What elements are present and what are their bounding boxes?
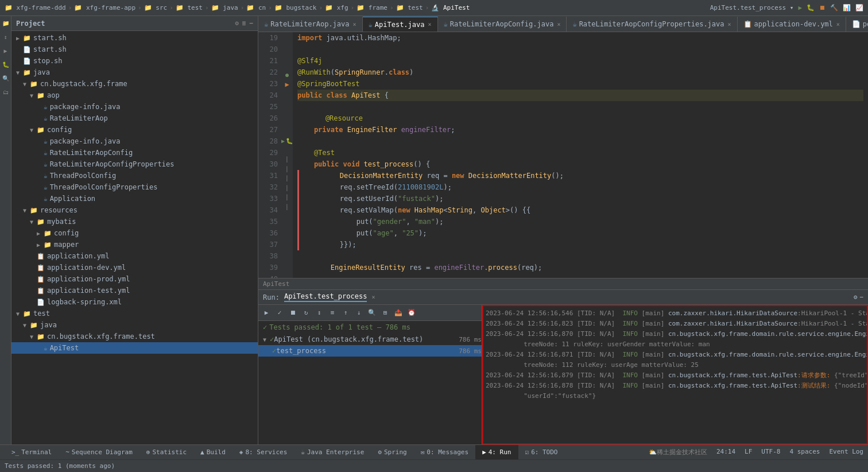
tab-ratelimiteraopconfig[interactable]: ☕ RateLimiterAopConfig.java × (438, 17, 567, 32)
project-close-icon[interactable]: − (249, 20, 253, 27)
bc-xfg-frame-ddd[interactable]: 📁 xfg-frame-ddd (5, 4, 66, 11)
tree-item-cn-bugstack[interactable]: ▼ 📁 cn.bugstack.xfg.frame (11, 78, 258, 90)
tree-item[interactable]: ▶ 📁 start.sh (11, 32, 258, 44)
project-collapse-icon[interactable]: ≡ (242, 20, 246, 27)
history-button[interactable]: ⏰ (406, 307, 417, 319)
tree-item-resources[interactable]: ▼ 📁 resources (11, 204, 258, 216)
tree-item-package-info[interactable]: ☕ package-info.java (11, 101, 258, 113)
down-button[interactable]: ↓ (353, 307, 365, 319)
tree-item-application[interactable]: ☕ Application (11, 193, 258, 204)
rerun-failed-button[interactable]: ↻ (300, 307, 312, 319)
tab-messages[interactable]: ✉ 0: Messages (414, 445, 475, 460)
find-button[interactable]: 🔍 (366, 307, 378, 319)
tree-item[interactable]: ☕ ThreadPoolConfigProperties (11, 181, 258, 193)
gutter-run-icon[interactable]: ▶ (281, 138, 285, 144)
bc-test[interactable]: 📁 test (176, 4, 203, 11)
bc-java[interactable]: 📁 java (211, 4, 238, 11)
sort-button[interactable]: ↕ (313, 307, 325, 319)
up-button[interactable]: ↑ (340, 307, 351, 319)
tree-item-test-java[interactable]: ▼ 📁 java (11, 319, 258, 331)
tab-services[interactable]: ◈ 8: Services (232, 445, 294, 460)
tree-item-app-test-yml[interactable]: 📋 application-test.yml (11, 285, 258, 296)
tree-item-aop[interactable]: ▼ 📁 aop (11, 90, 258, 101)
tree-item-ratelimiteraop[interactable]: ☕ RateLimiterAop (11, 113, 258, 124)
tab-sequence[interactable]: ~ Sequence Diagram (59, 445, 140, 460)
close-icon[interactable]: × (557, 21, 560, 28)
gutter-debug-icon[interactable]: 🐛 (286, 138, 293, 144)
filter-button[interactable]: ≡ (327, 307, 338, 319)
close-icon[interactable]: × (353, 21, 356, 28)
tab-ratelimiteraop[interactable]: ☕ RateLimiterAop.java × (258, 17, 363, 32)
run-tab-apitest[interactable]: ApiTest.test_process (284, 292, 367, 302)
tab-appdevyml[interactable]: 📋 application-dev.yml × (738, 17, 846, 32)
tree-item[interactable]: ☕ RateLimiterAopConfig (11, 147, 258, 158)
tree-item-test[interactable]: ▼ 📁 test (11, 308, 258, 319)
tree-item[interactable]: 📄 start.sh (11, 44, 258, 55)
services-icon: ◈ (239, 448, 243, 456)
profile-button[interactable]: 📈 (855, 4, 863, 11)
close-icon[interactable]: × (728, 21, 731, 28)
sidebar-search-icon[interactable]: 🔍 (1, 73, 10, 83)
tree-item-app-prod-yml[interactable]: 📋 application-prod.yml (11, 273, 258, 285)
tree-item-java[interactable]: ▼ 📁 java (11, 67, 258, 78)
tab-spring[interactable]: ⚙ Spring (371, 445, 413, 460)
sidebar-debug-icon[interactable]: 🐛 (1, 60, 10, 69)
tree-item-config2[interactable]: ▶ 📁 config (11, 227, 258, 239)
event-log[interactable]: Event Log (829, 448, 863, 456)
tree-item-app-yml[interactable]: 📋 application.yml (11, 250, 258, 262)
tree-item[interactable]: 📄 stop.sh (11, 55, 258, 67)
export-button[interactable]: 📤 (393, 307, 404, 319)
sidebar-structure-icon[interactable]: 🗂 (1, 87, 10, 96)
test-suite-item[interactable]: ▼ ✓ ApiTest (cn.bugstack.xfg.frame.test)… (258, 334, 482, 345)
bc-xfg-frame-app[interactable]: 📁 xfg-frame-app (74, 4, 135, 11)
check-button[interactable]: ✓ (274, 307, 285, 319)
tab-todo[interactable]: ☑ 6: TODO (518, 445, 565, 460)
project-settings-icon[interactable]: ⚙ (235, 20, 239, 27)
bc-apitest[interactable]: 🔬 ApiTest (431, 4, 470, 11)
tab-java-enterprise[interactable]: ☕ Java Enterprise (294, 445, 371, 460)
tree-item-mapper[interactable]: ▶ 📁 mapper (11, 239, 258, 250)
build-button[interactable]: 🔨 (830, 4, 838, 11)
stop-button[interactable]: ⏹ (819, 4, 826, 11)
run-settings-icon[interactable]: ⚙ (854, 293, 858, 301)
tab-build[interactable]: ▲ Build (193, 445, 232, 460)
tab-terminal[interactable]: >_ Terminal (5, 445, 59, 460)
bc-test2[interactable]: 📁 test (396, 4, 423, 11)
tab-pomxml[interactable]: 📄 pom.xml × (846, 17, 868, 32)
bc-bugstack[interactable]: 📁 bugstack (274, 4, 317, 11)
tree-item-logback[interactable]: 📄 logback-spring.xml (11, 296, 258, 308)
code-line-27: private EngineFilter engineFilter; (297, 124, 863, 136)
tree-item-mybatis[interactable]: ▼ 📁 mybatis (11, 216, 258, 227)
test-method-item[interactable]: ✓ test_process 786 ms (258, 345, 482, 357)
run-config-selector[interactable]: ApiTest.test_process ▾ (710, 4, 794, 11)
sidebar-project-icon[interactable]: 📁 (1, 18, 10, 28)
tree-item-cn-frame-test[interactable]: ▼ 📁 cn.bugstack.xfg.frame.test (11, 331, 258, 342)
stop-tests-button[interactable]: ⏹ (287, 307, 299, 319)
run-tests-button[interactable]: ▶ (261, 307, 272, 319)
tree-item-apitest[interactable]: ☕ ApiTest (11, 342, 258, 354)
close-icon[interactable]: × (428, 21, 431, 28)
tab-apitest[interactable]: ☕ ApiTest.java × (363, 17, 438, 32)
close-icon[interactable]: × (836, 21, 840, 28)
sidebar-vcs-icon[interactable]: ↕ (1, 32, 10, 41)
coverage-button[interactable]: 📊 (843, 4, 851, 11)
close-run-tab[interactable]: × (371, 294, 375, 300)
expand-button[interactable]: ⊞ (379, 307, 391, 319)
tree-item-label: start.sh (33, 45, 67, 53)
tree-item-app-dev-yml[interactable]: 📋 application-dev.yml (11, 262, 258, 273)
bc-xfg[interactable]: 📁 xfg (325, 4, 348, 11)
run-button[interactable]: ▶ (798, 4, 802, 11)
tree-item[interactable]: ☕ RateLimiterAopConfigProperties (11, 158, 258, 170)
bc-src[interactable]: 📁 src (144, 4, 168, 11)
sidebar-run-icon[interactable]: ▶ (1, 46, 10, 55)
tree-item[interactable]: ☕ package-info.java (11, 136, 258, 147)
debug-button[interactable]: 🐛 (807, 4, 815, 11)
bc-frame[interactable]: 📁 frame (356, 4, 388, 11)
tab-ratelimiterapconfigprops[interactable]: ☕ RateLimiterAopConfigProperties.java × (567, 17, 737, 32)
tab-statistic[interactable]: ⊕ Statistic (140, 445, 193, 460)
tab-run[interactable]: ▶ 4: Run (475, 445, 518, 460)
run-minimize-icon[interactable]: − (859, 293, 863, 301)
bc-cn[interactable]: 📁 cn (246, 4, 266, 11)
tree-item[interactable]: ☕ ThreadPoolConfig (11, 170, 258, 181)
tree-item-config[interactable]: ▼ 📁 config (11, 124, 258, 136)
